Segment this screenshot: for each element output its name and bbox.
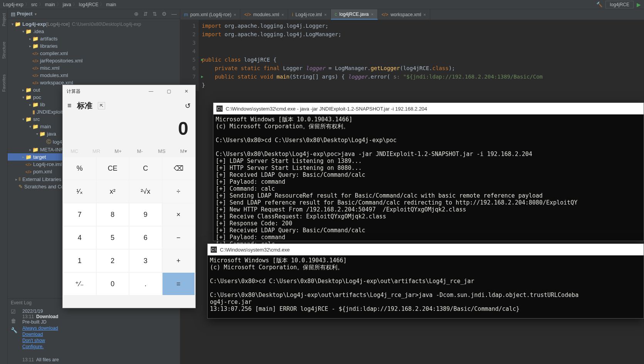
calc-key[interactable]: ²√x	[129, 180, 162, 203]
tree-item[interactable]: </>modules.xml	[8, 72, 180, 79]
check-icon[interactable]: ☑	[11, 309, 22, 315]
code-body[interactable]: import org.apache.logging.log4j.Logger; …	[199, 20, 546, 91]
calc-key[interactable]: 2	[97, 250, 129, 272]
history-icon[interactable]: ↺	[185, 102, 191, 110]
collapse-icon[interactable]: ⇅	[153, 11, 157, 17]
editor-tab[interactable]: </>modules.xml×	[240, 9, 288, 20]
close-icon[interactable]: ×	[282, 12, 284, 17]
calc-key[interactable]: 1	[64, 250, 96, 272]
run-button[interactable]: ▶	[637, 2, 641, 8]
calc-key[interactable]: =	[163, 273, 195, 295]
editor-tab[interactable]: iLog4j-rce.iml×	[288, 9, 331, 20]
calc-key[interactable]: 0	[97, 273, 129, 295]
calc-key[interactable]: +	[163, 250, 195, 272]
hamburger-icon[interactable]: ≡	[67, 102, 72, 110]
calculator-titlebar[interactable]: 计算器 — ▢ ✕	[63, 85, 195, 97]
wrench-icon[interactable]: 🔧	[11, 327, 22, 333]
calc-key[interactable]: ⁺⁄₋	[64, 273, 96, 295]
calculator-window[interactable]: 计算器 — ▢ ✕ ≡ 标准 ⇱ ↺ 0 MCMRM+M-MSM▾ %CEC⌫¹…	[62, 85, 196, 308]
calc-key[interactable]: 4	[64, 226, 96, 249]
tree-root[interactable]: ▾📁Log4j-exp [Log4j-rce]C:\Users\0x80\Des…	[8, 20, 180, 28]
calc-mem-m-[interactable]: M-	[129, 148, 151, 154]
tree-item[interactable]: </>misc.xml	[8, 64, 180, 72]
editor-tab[interactable]: mpom.xml (Log4j-rce)×	[180, 9, 240, 20]
calc-key[interactable]: ⌫	[163, 157, 195, 179]
editor-tabs: mpom.xml (Log4j-rce)×</>modules.xml×iLog…	[180, 9, 644, 20]
calc-key[interactable]: 5	[97, 226, 129, 249]
cmd-icon: C:\	[216, 106, 223, 112]
sidebar-header: ▤ Project ▾ ⊕ ⇵ ⇅ ⚙ —	[8, 9, 180, 19]
tree-item[interactable]: </>jarRepositories.xml	[8, 57, 180, 64]
trash-icon[interactable]: 🗑	[11, 318, 22, 324]
event-link[interactable]: Don't show	[22, 338, 59, 343]
breadcrumb[interactable]: Log4j-exp〉src〉main〉java〉log4jRCE〉main	[3, 1, 116, 8]
event-link[interactable]: Configure.	[22, 344, 59, 349]
close-icon[interactable]: ×	[423, 12, 426, 17]
calc-key[interactable]: C	[129, 157, 162, 179]
tree-item[interactable]: ▸📁libraries	[8, 42, 180, 50]
calc-key[interactable]: 6	[129, 226, 162, 249]
calc-mem-ms[interactable]: MS	[151, 148, 173, 154]
cmd-window-jndiexploit[interactable]: C:\ C:\Windows\system32\cmd.exe - java -…	[213, 102, 644, 241]
breadcrumb-seg[interactable]: src	[31, 2, 37, 7]
calc-key[interactable]: CE	[97, 157, 129, 179]
tree-item[interactable]: ▸📁artifacts	[8, 35, 180, 42]
run-config-dropdown[interactable]: log4jRCE	[605, 1, 634, 8]
event-link[interactable]: Always download	[22, 325, 59, 331]
keep-on-top-icon[interactable]: ⇱	[98, 102, 105, 109]
cmd-titlebar[interactable]: C:\ C:\Windows\system32\cmd.exe	[208, 244, 644, 255]
calc-display: 0	[63, 114, 195, 146]
cmd-titlebar[interactable]: C:\ C:\Windows\system32\cmd.exe - java -…	[213, 103, 644, 114]
calc-key[interactable]: x²	[97, 180, 129, 203]
calc-key[interactable]: ÷	[163, 180, 195, 203]
expand-icon[interactable]: ⇵	[143, 11, 148, 17]
editor-tab[interactable]: clog4jRCE.java×	[331, 9, 377, 20]
cmd-title: C:\Windows\system32\cmd.exe - java -jar …	[226, 106, 427, 112]
calc-mem-mc: MC	[64, 148, 86, 154]
calc-key[interactable]: .	[129, 273, 162, 295]
cmd-output[interactable]: Microsoft Windows [版本 10.0.19043.1466] (…	[213, 114, 644, 249]
project-view-icon[interactable]: ▤	[11, 11, 15, 17]
calc-key[interactable]: 3	[129, 250, 162, 272]
favorites-tool-button[interactable]: Favorites	[2, 74, 6, 92]
sidebar-title[interactable]: Project	[17, 11, 33, 17]
tree-item[interactable]: ▾📁.idea	[8, 28, 180, 35]
maximize-button[interactable]: ▢	[160, 85, 178, 97]
tree-item[interactable]: </>compiler.xml	[8, 50, 180, 57]
calc-mem-m+[interactable]: M+	[107, 148, 129, 154]
breadcrumb-seg[interactable]: main	[45, 2, 55, 7]
hammer-icon[interactable]: 🔨	[596, 2, 602, 7]
close-icon[interactable]: ×	[234, 12, 236, 17]
calc-mem-m▾[interactable]: M▾	[173, 148, 195, 154]
calc-key[interactable]: 9	[129, 203, 162, 226]
breadcrumb-seg[interactable]: Log4j-exp	[3, 2, 23, 7]
top-bar: Log4j-exp〉src〉main〉java〉log4jRCE〉main 🔨 …	[0, 0, 644, 9]
close-icon[interactable]: ×	[371, 12, 373, 17]
calc-keypad: %CEC⌫¹⁄ₓx²²√x÷789×456−123+⁺⁄₋0.=	[63, 156, 195, 296]
breadcrumb-seg[interactable]: main	[106, 2, 116, 7]
editor-tab[interactable]: </>workspace.xml×	[378, 9, 430, 20]
minimize-button[interactable]: —	[142, 85, 160, 97]
locate-icon[interactable]: ⊕	[134, 11, 139, 17]
cmd-output[interactable]: Microsoft Windows [版本 10.0.19043.1466] (…	[208, 255, 644, 314]
calc-key[interactable]: ×	[163, 203, 195, 226]
gear-icon[interactable]: ⚙	[162, 11, 167, 17]
close-button[interactable]: ✕	[178, 85, 195, 97]
calculator-title: 计算器	[67, 88, 80, 95]
structure-tool-button[interactable]: Structure	[2, 42, 6, 59]
cmd-window-runjar[interactable]: C:\ C:\Windows\system32\cmd.exe Microsof…	[207, 243, 644, 319]
calc-key[interactable]: −	[163, 226, 195, 249]
code-editor[interactable]: 12345▶67▶ import org.apache.logging.log4…	[180, 20, 644, 91]
calc-key[interactable]: %	[64, 157, 96, 179]
breadcrumb-seg[interactable]: log4jRCE	[79, 2, 99, 7]
close-icon[interactable]: ×	[324, 12, 327, 17]
calc-mem-mr: MR	[86, 148, 107, 154]
hide-icon[interactable]: —	[171, 11, 177, 17]
event-link[interactable]: Download	[22, 332, 59, 337]
calc-key[interactable]: 7	[64, 203, 96, 226]
calc-key[interactable]: ¹⁄ₓ	[64, 180, 96, 203]
project-tool-button[interactable]: Project	[2, 13, 6, 26]
calc-key[interactable]: 8	[97, 203, 129, 226]
chevron-down-icon[interactable]: ▾	[35, 12, 37, 16]
breadcrumb-seg[interactable]: java	[63, 2, 71, 7]
